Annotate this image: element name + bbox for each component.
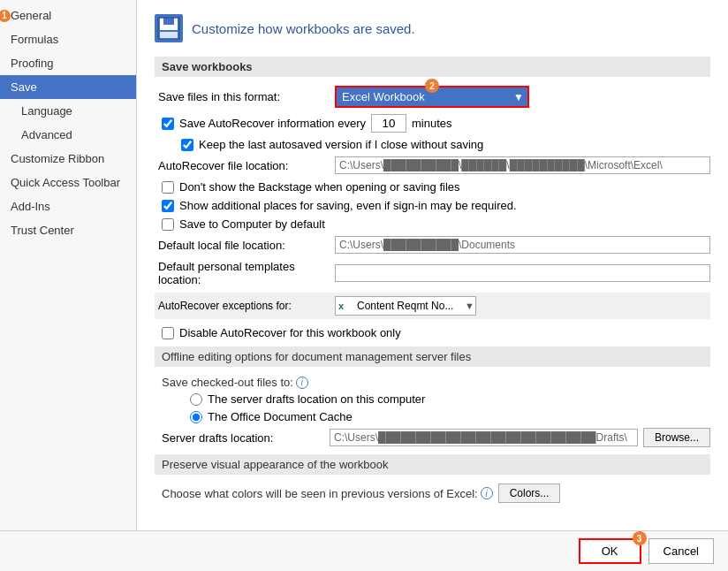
show-additional-places-checkbox[interactable] [162,200,174,212]
office-cache-label: The Office Document Cache [208,410,353,423]
server-drafts-label: The server drafts location on this compu… [208,392,425,406]
colors-info-icon: i [481,487,493,499]
colors-button[interactable]: Colors... [498,483,561,503]
sidebar-item-general[interactable]: 1 General [0,4,136,27]
office-cache-radio[interactable] [190,411,202,423]
minutes-label: minutes [412,117,452,130]
sidebar-item-save[interactable]: Save [0,75,136,99]
sidebar-item-quick-access-label: Quick Access Toolbar [11,176,120,189]
save-format-label: Save files in this format: [158,90,335,103]
dialog-body: 1 General Formulas Proofing Save Languag… [0,0,728,530]
save-workbooks-section-header: Save workbooks [155,57,710,77]
sidebar-item-general-label: General [11,9,51,22]
save-checked-out-row: Save checked-out files to: i [155,376,710,389]
disable-autorecover-row: Disable AutoRecover for this workbook on… [155,326,710,339]
sidebar-item-trust-center-label: Trust Center [11,224,74,237]
sidebar-item-proofing-label: Proofing [11,57,53,70]
excel-small-icon: x [338,301,344,311]
save-format-row: Save files in this format: 2 Excel Workb… [155,86,710,108]
sidebar-item-language-label: Language [21,104,72,118]
show-additional-places-row: Show additional places for saving, even … [155,199,710,212]
save-to-computer-checkbox[interactable] [162,218,174,231]
svg-rect-2 [163,18,174,25]
offline-section-header: Offline editing options for document man… [155,346,710,367]
exceptions-label: AutoRecover exceptions for: [158,300,335,312]
ok-button[interactable]: OK 3 [579,538,641,564]
sidebar-item-add-ins[interactable]: Add-Ins [0,194,136,218]
autorecover-row: Save AutoRecover information every minut… [155,114,710,133]
main-content: Customize how workbooks are saved. Save … [137,0,728,530]
keep-version-checkbox[interactable] [181,139,193,151]
disable-autorecover-checkbox[interactable] [162,327,174,339]
keep-version-label: Keep the last autosaved version if I clo… [199,138,483,151]
autorecover-location-input[interactable] [335,156,710,174]
format-select-container: 2 Excel Workbook ▼ [335,86,529,108]
server-drafts-radio-row: The server drafts location on this compu… [155,392,710,406]
save-icon [155,14,183,42]
cancel-button[interactable]: Cancel [648,538,714,564]
keep-version-row: Keep the last autosaved version if I clo… [155,138,710,151]
exceptions-select[interactable]: Content Reqmt No... [335,296,476,316]
save-to-computer-label: Save to Computer by default [179,217,325,231]
header-title: Customize how workbooks are saved. [192,21,415,36]
dont-show-backstage-row: Don't show the Backstage when opening or… [155,180,710,194]
browse-button[interactable]: Browse... [643,428,710,447]
ok-button-label: OK [602,544,618,558]
dont-show-backstage-label: Don't show the Backstage when opening or… [179,180,460,194]
server-location-input[interactable] [330,429,638,446]
autorecover-minutes-input[interactable] [371,114,406,133]
sidebar-item-language[interactable]: Language [0,99,136,123]
default-templates-row: Default personal templates location: [155,260,710,286]
sidebar: 1 General Formulas Proofing Save Languag… [0,0,137,530]
colors-row: Choose what colors will be seen in previ… [155,483,710,503]
sidebar-item-formulas-label: Formulas [11,33,58,46]
save-checked-out-label: Save checked-out files to: [162,376,293,389]
header-row: Customize how workbooks are saved. [155,14,710,42]
default-local-input[interactable] [335,236,710,254]
show-additional-places-label: Show additional places for saving, even … [179,199,517,212]
badge-2: 2 [425,79,439,93]
sidebar-item-customize-ribbon[interactable]: Customize Ribbon [0,147,136,171]
office-cache-radio-row: The Office Document Cache [155,410,710,423]
server-location-label: Server drafts location: [162,431,330,445]
exceptions-row: AutoRecover exceptions for: x Content Re… [155,293,710,319]
autorecover-label: Save AutoRecover information every [179,117,366,130]
badge-3: 3 [633,531,647,545]
disable-autorecover-label: Disable AutoRecover for this workbook on… [179,326,401,339]
sidebar-item-formulas[interactable]: Formulas [0,27,136,51]
sidebar-item-proofing[interactable]: Proofing [0,51,136,75]
svg-rect-3 [160,32,178,39]
sidebar-item-trust-center[interactable]: Trust Center [0,218,136,242]
sidebar-item-advanced[interactable]: Advanced [0,123,136,147]
sidebar-item-customize-ribbon-label: Customize Ribbon [11,152,104,165]
info-icon: i [296,377,308,389]
default-local-label: Default local file location: [158,239,335,252]
sidebar-item-save-label: Save [11,80,37,94]
sidebar-item-advanced-label: Advanced [21,128,72,141]
dont-show-backstage-checkbox[interactable] [162,181,174,194]
exceptions-select-wrapper: x Content Reqmt No... ▼ [335,296,476,316]
default-local-row: Default local file location: [155,236,710,254]
autorecover-location-row: AutoRecover file location: [155,156,710,174]
dialog-footer: OK 3 Cancel [0,530,728,571]
sidebar-item-add-ins-label: Add-Ins [11,200,50,213]
save-to-computer-row: Save to Computer by default [155,217,710,231]
server-drafts-location-row: Server drafts location: Browse... [155,428,710,447]
autorecover-checkbox[interactable] [162,118,174,130]
default-templates-label: Default personal templates location: [158,260,335,286]
preserve-section-header: Preserve visual appearance of the workbo… [155,454,710,475]
colors-label: Choose what colors will be seen in previ… [162,487,478,500]
server-drafts-radio[interactable] [190,393,202,406]
autorecover-location-label: AutoRecover file location: [158,159,335,172]
excel-options-dialog: 1 General Formulas Proofing Save Languag… [0,0,728,571]
sidebar-item-quick-access[interactable]: Quick Access Toolbar [0,171,136,194]
default-templates-input[interactable] [335,264,710,282]
sidebar-item-general-badge: 1 [0,10,11,22]
